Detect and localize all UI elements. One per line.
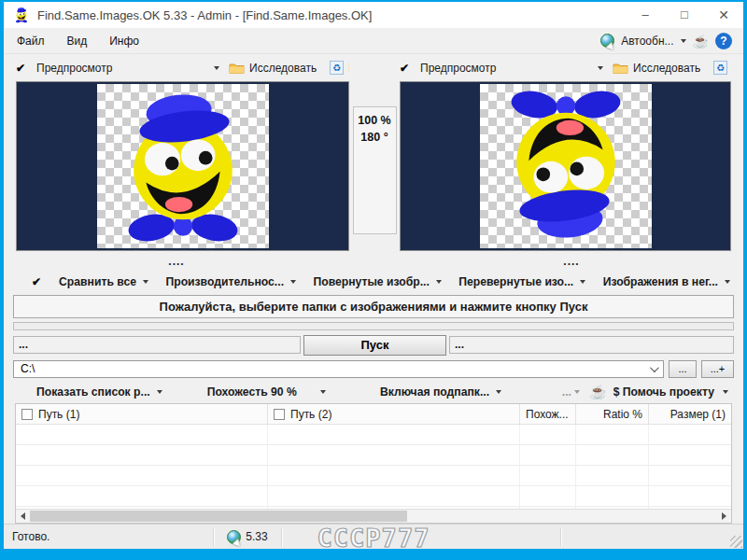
similarity-dropdown[interactable]: Похожесть 90 % bbox=[207, 385, 326, 399]
results-table: Путь (1) Путь (2) Похож... Ratio % Разме… bbox=[15, 403, 732, 524]
compare-all-dropdown[interactable]: ✔ Сравнить все bbox=[32, 275, 148, 288]
window-title: Find.Same.Images.OK 5.33 - Admin - [Find… bbox=[37, 8, 372, 22]
select-all-checkbox-2[interactable] bbox=[274, 409, 285, 420]
captions-row: .... .... bbox=[4, 251, 743, 271]
browse-add-button[interactable]: ...+ bbox=[701, 360, 734, 378]
body-column bbox=[649, 425, 731, 509]
explore-button[interactable]: Исследовать bbox=[249, 62, 317, 75]
explore-folder-icon bbox=[229, 62, 245, 75]
scroll-right-button[interactable] bbox=[717, 510, 731, 523]
resize-grip[interactable] bbox=[730, 536, 742, 548]
path-input[interactable] bbox=[21, 362, 650, 375]
browse-button[interactable]: ... bbox=[669, 360, 697, 378]
globe-icon bbox=[227, 530, 241, 544]
donate-dropdown[interactable]: $ Помочь проекту bbox=[613, 385, 728, 399]
app-window: Find.Same.Images.OK 5.33 - Admin - [Find… bbox=[4, 2, 743, 549]
preview-label: Предпросмотр bbox=[420, 62, 598, 75]
column-size[interactable]: Размер (1) bbox=[649, 404, 731, 424]
caption-right: .... bbox=[400, 255, 743, 268]
preview-dropdown-right[interactable]: Предпросмотр bbox=[420, 62, 603, 75]
chevron-down-icon bbox=[143, 280, 148, 284]
auto-update-dropdown[interactable]: Автообн... bbox=[621, 35, 673, 48]
column-similarity[interactable]: Похож... bbox=[520, 404, 576, 424]
compare-all-label: Сравнить все bbox=[59, 275, 136, 288]
scrollbar-thumb[interactable] bbox=[30, 511, 407, 522]
coffee-icon: ☕ bbox=[589, 384, 607, 400]
check-icon[interactable]: ✔ bbox=[16, 62, 25, 75]
close-button[interactable]: ✕ bbox=[704, 2, 743, 28]
chevron-down-icon bbox=[598, 66, 603, 70]
preview-panel-left[interactable] bbox=[16, 81, 349, 251]
subfolders-label: Включая подпапк... bbox=[380, 385, 489, 399]
titlebar[interactable]: Find.Same.Images.OK 5.33 - Admin - [Find… bbox=[4, 2, 743, 28]
explore-button[interactable]: Исследовать bbox=[633, 62, 700, 75]
menu-right-group: Автообн... ☕ ? bbox=[600, 33, 732, 49]
body-column bbox=[520, 425, 576, 509]
help-icon[interactable]: ? bbox=[715, 33, 732, 49]
app-icon bbox=[13, 7, 30, 23]
status-ready: Готово. bbox=[4, 530, 213, 543]
toolbar-right: ✔ Предпросмотр Исследовать ♻ Корзи bbox=[400, 61, 731, 75]
column-ratio[interactable]: Ratio % bbox=[576, 404, 649, 424]
select-all-checkbox-1[interactable] bbox=[21, 409, 33, 420]
menu-info[interactable]: Инфо bbox=[109, 35, 139, 48]
scrollbar-track[interactable] bbox=[30, 510, 717, 523]
chevron-down-icon bbox=[574, 390, 580, 394]
scroll-left-button[interactable] bbox=[16, 510, 30, 523]
performance-dropdown[interactable]: Производительнос... bbox=[165, 275, 296, 288]
chevron-down-icon bbox=[320, 390, 326, 394]
statusbar: Готово. 5.33 СССР777 bbox=[4, 524, 743, 549]
rotated-label: Повернутые изобр... bbox=[313, 275, 429, 288]
folder-path-right[interactable]: ... bbox=[449, 336, 734, 354]
version-label: 5.33 bbox=[246, 530, 267, 543]
donate-label: $ Помочь проекту bbox=[613, 385, 714, 399]
more-options-dropdown[interactable]: ... bbox=[562, 385, 580, 399]
performance-label: Производительнос... bbox=[165, 275, 284, 288]
preview-label: Предпросмотр bbox=[36, 62, 214, 75]
folder-path-left[interactable]: ... bbox=[13, 336, 301, 354]
chevron-down-icon bbox=[436, 280, 442, 284]
preview-panels-row: 100 % 180 ° bbox=[4, 81, 743, 251]
preview-dropdown-left[interactable]: Предпросмотр bbox=[36, 62, 219, 75]
toolbar-left: ✔ Предпросмотр Исследовать ♻ Корзи bbox=[16, 61, 349, 75]
chevron-down-icon bbox=[725, 280, 730, 284]
chevron-down-icon[interactable] bbox=[650, 363, 659, 372]
chevron-down-icon bbox=[290, 280, 296, 284]
folder-inputs-row: ... Пуск ... bbox=[13, 334, 734, 356]
column-path1[interactable]: Путь (1) bbox=[16, 404, 268, 424]
status-right-cell bbox=[561, 525, 743, 549]
subfolders-dropdown[interactable]: Включая подпапк... bbox=[380, 385, 501, 399]
column-path1-label: Путь (1) bbox=[38, 408, 79, 421]
options-row: Показать список р... Похожесть 90 % Вклю… bbox=[4, 380, 743, 403]
show-list-dropdown[interactable]: Показать список р... bbox=[36, 385, 162, 399]
recycle-bin-icon: ♻ bbox=[713, 61, 727, 75]
flipped-images-dropdown[interactable]: Перевернутые изо... bbox=[458, 275, 585, 288]
recycle-button[interactable]: Корзи bbox=[348, 62, 349, 75]
negative-images-dropdown[interactable]: Изображения в нег... bbox=[603, 275, 730, 288]
results-header: Путь (1) Путь (2) Похож... Ratio % Разме… bbox=[16, 404, 731, 425]
more-options-label: ... bbox=[562, 385, 571, 399]
start-button[interactable]: Пуск bbox=[303, 335, 446, 356]
status-divider bbox=[281, 528, 282, 546]
show-list-label: Показать список р... bbox=[36, 385, 150, 399]
chevron-down-icon[interactable] bbox=[681, 39, 686, 43]
preview-image-right bbox=[480, 84, 652, 248]
zoom-level: 100 % bbox=[354, 112, 396, 129]
path-combobox[interactable] bbox=[13, 360, 664, 378]
horizontal-scrollbar[interactable] bbox=[16, 509, 731, 523]
menu-file[interactable]: Файл bbox=[17, 35, 45, 48]
caption-left: .... bbox=[4, 255, 349, 268]
menu-view[interactable]: Вид bbox=[67, 35, 88, 48]
window-frame: Find.Same.Images.OK 5.33 - Admin - [Find… bbox=[0, 0, 747, 560]
coffee-icon[interactable]: ☕ bbox=[693, 35, 709, 48]
chevron-down-icon bbox=[723, 390, 728, 394]
maximize-button[interactable]: □ bbox=[665, 2, 704, 28]
explore-folder-icon bbox=[613, 62, 628, 75]
rotated-images-dropdown[interactable]: Повернутые изобр... bbox=[313, 275, 441, 288]
column-path2[interactable]: Путь (2) bbox=[268, 404, 520, 424]
check-icon[interactable]: ✔ bbox=[400, 62, 409, 75]
minimize-button[interactable]: – bbox=[626, 2, 665, 28]
body-column bbox=[268, 425, 520, 509]
scroll-right-icon bbox=[722, 512, 726, 520]
preview-panel-right[interactable] bbox=[400, 81, 731, 251]
